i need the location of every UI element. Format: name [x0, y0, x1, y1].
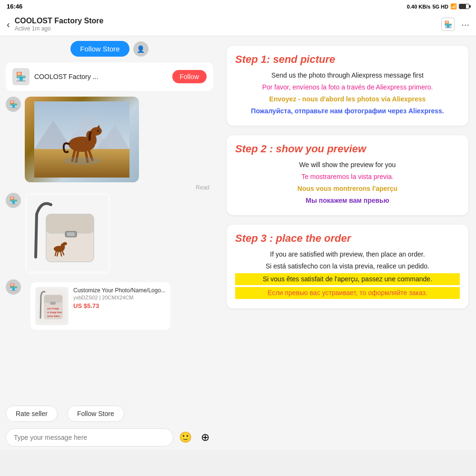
store-card-icon: 🏪 [12, 68, 30, 85]
svg-rect-31 [50, 302, 56, 305]
svg-rect-30 [44, 295, 62, 303]
product-title: Customize Your Photo/Name/Logo... [73, 287, 166, 294]
product-subtitle: yxbDZS02 | 20CMX24CM [73, 295, 166, 300]
follow-store-bottom-button[interactable]: Follow Store [67, 406, 124, 422]
step2-title: Step 2 : show you preview [235, 143, 460, 155]
svg-point-15 [63, 157, 101, 165]
main-layout: Follow Store 👤 🏪 COOLOST Factory ... Fol… [0, 36, 476, 450]
bag-image [25, 193, 110, 274]
sender-avatar-2: 🏪 [6, 193, 21, 208]
step2-card: Step 2 : show you preview We will show t… [227, 135, 468, 215]
svg-text:some letters: some letters [47, 315, 60, 317]
step1-line2: Por favor, envíenos la foto a través de … [235, 82, 460, 92]
bottom-action-buttons: Rate seller Follow Store [0, 403, 219, 425]
step1-line4: Пожалуйста, отправьте нам фотографии чер… [235, 106, 460, 116]
follow-store-banner-button[interactable]: Follow Store [70, 41, 129, 57]
step1-title: Step 1: send picture [235, 53, 460, 66]
left-panel: Follow Store 👤 🏪 COOLOST Factory ... Fol… [0, 36, 219, 450]
user-avatar-banner: 👤 [133, 41, 149, 57]
horse-image [25, 97, 139, 182]
svg-rect-20 [67, 232, 75, 236]
sender-avatar-3: 🏪 [6, 279, 21, 295]
network-speed: 0.40 KB/s [407, 4, 431, 10]
step3-line1: If you are satisfied with preview, then … [235, 249, 460, 259]
message-input-bar: 🙂 ⊕ [0, 425, 219, 450]
product-card: your image or image here some letters Cu… [30, 282, 170, 330]
rate-seller-button[interactable]: Rate seller [6, 406, 58, 422]
svg-point-10 [99, 132, 101, 133]
message-row-horse: 🏪 [6, 97, 213, 182]
store-icon[interactable]: 🏪 [441, 18, 455, 31]
step1-line3: Envoyez - nous d'abord les photos via Al… [235, 94, 460, 104]
product-thumbnail: your image or image here some letters [35, 287, 69, 325]
back-button[interactable]: ‹ [7, 19, 10, 30]
svg-text:your image: your image [47, 307, 59, 310]
step1-card: Step 1: send picture Send us the photo t… [227, 46, 468, 126]
svg-text:or image here: or image here [47, 311, 62, 314]
network-type: 5G HD [432, 4, 448, 10]
step3-card: Step 3 : place the order If you are sati… [227, 225, 468, 308]
chat-messages: 🏪 [0, 94, 219, 403]
message-bubble-bag [25, 193, 110, 274]
time: 16:46 [7, 3, 22, 10]
store-card-name: COOLOST Factory ... [34, 73, 168, 80]
step3-line3: Si vous êtes satisfait de l'aperçu, pass… [235, 273, 460, 285]
step3-line2: Si está satisfecho con la vista previa, … [235, 261, 460, 271]
product-info: Customize Your Photo/Name/Logo... yxbDZS… [73, 287, 166, 309]
status-right: 0.40 KB/s 5G HD 📶 [407, 3, 469, 10]
header-title: COOLOST Factory Store Active 1m ago [15, 17, 442, 32]
header-icons: 🏪 ··· [441, 18, 469, 31]
step3-title: Step 3 : place the order [235, 232, 460, 245]
store-name: COOLOST Factory Store [15, 17, 442, 25]
step1-line1: Send us the photo through Aliexpress mes… [235, 70, 460, 80]
message-row-product: 🏪 your image or image here some letters [6, 279, 213, 333]
step2-line4: Мы покажем вам превью [235, 196, 460, 206]
message-input[interactable] [6, 428, 173, 446]
right-panel: Step 1: send picture Send us the photo t… [219, 36, 476, 450]
message-bubble-horse [25, 97, 139, 182]
step2-line1: We will show the preview for you [235, 160, 460, 170]
header: ‹ COOLOST Factory Store Active 1m ago 🏪 … [0, 13, 476, 36]
svg-rect-18 [46, 214, 94, 233]
add-attachment-button[interactable]: ⊕ [197, 429, 213, 446]
status-bar: 16:46 0.40 KB/s 5G HD 📶 [0, 0, 476, 13]
sender-avatar-1: 🏪 [6, 97, 21, 112]
step2-line3: Nous vous montrerons l'aperçu [235, 184, 460, 194]
message-row-bag: 🏪 [6, 193, 213, 274]
product-price: US $5.73 [73, 302, 166, 309]
active-status: Active 1m ago [15, 25, 442, 32]
follow-store-banner: Follow Store 👤 [0, 36, 219, 60]
signal-icon: 📶 [450, 3, 457, 10]
emoji-button[interactable]: 🙂 [177, 429, 193, 446]
more-options-button[interactable]: ··· [461, 19, 469, 30]
follow-button[interactable]: Follow [172, 70, 207, 83]
read-label: Read [6, 184, 213, 191]
step3-line4: Если превью вас устраивает, то оформляйт… [235, 287, 460, 299]
store-card: 🏪 COOLOST Factory ... Follow [6, 62, 213, 91]
step2-line2: Te mostraremos la vista previa. [235, 172, 460, 182]
battery-icon [459, 4, 469, 9]
svg-point-9 [97, 130, 99, 132]
